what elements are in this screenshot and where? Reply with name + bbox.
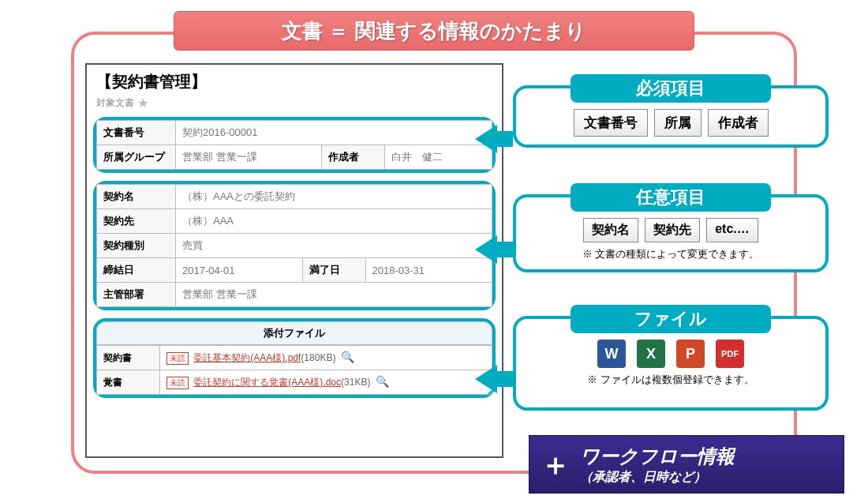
unread-badge: 未読	[166, 352, 189, 365]
pill-party: 契約先	[645, 218, 700, 242]
workflow-banner: ＋ ワークフロー情報 （承認者、日時など）	[529, 435, 844, 494]
end-label: 満了日	[302, 258, 365, 283]
plus-icon: ＋	[541, 445, 571, 485]
attach-row2-label: 覚書	[97, 370, 160, 395]
end-value: 2018-03-31	[365, 258, 492, 283]
optional-group: 契約名（株）AAAとの委託契約 契約先（株）AAA 契約種別売買 締結日 201…	[93, 181, 496, 310]
callout-note: ※ 文書の種類によって変更できます。	[527, 247, 814, 261]
attach-row1-label: 契約書	[97, 346, 160, 370]
callout-title: 必須項目	[571, 74, 772, 103]
arrow-icon	[475, 365, 497, 393]
panel-sublabel: 対象文書 ★	[93, 94, 496, 117]
pill-author: 作成者	[708, 109, 769, 137]
arrow-icon	[475, 125, 497, 153]
attach-header: 添付ファイル	[96, 321, 492, 345]
callout-required: 必須項目 文書番号 所属 作成者	[513, 85, 829, 148]
required-group: 文書番号 契約2016-00001 所属グループ 営業部 営業一課 作成者 白井…	[93, 117, 496, 173]
author-label: 作成者	[322, 145, 385, 170]
attachment-group: 添付ファイル 契約書 未読 委託基本契約(AAA様).pdf(180KB) 🔍 …	[93, 318, 496, 398]
group-value: 営業部 営業一課	[176, 145, 322, 170]
file-link-2[interactable]: 委託契約に関する覚書(AAA様).doc	[193, 377, 341, 388]
callout-title: 任意項目	[571, 183, 772, 212]
start-value: 2017-04-01	[176, 258, 303, 283]
attach-row1-cell: 未読 委託基本契約(AAA様).pdf(180KB) 🔍	[160, 346, 492, 370]
party-label: 契約先	[97, 209, 176, 234]
callout-file: ファイル W X P PDF ※ ファイルは複数個登録できます。	[513, 316, 829, 411]
attach-row2-cell: 未読 委託契約に関する覚書(AAA様).doc(31KB) 🔍	[160, 370, 492, 395]
magnify-icon[interactable]: 🔍	[376, 375, 389, 388]
dept-label: 主管部署	[97, 283, 176, 307]
file-size-1: (180KB)	[301, 352, 335, 363]
pill-contract-name: 契約名	[583, 218, 638, 242]
contract-name-label: 契約名	[97, 185, 176, 209]
pill-docnum: 文書番号	[574, 109, 648, 137]
pill-etc: etc.…	[706, 218, 758, 242]
file-link-1[interactable]: 委託基本契約(AAA様).pdf	[193, 352, 301, 363]
pdf-icon: PDF	[716, 340, 744, 368]
start-label: 締結日	[97, 258, 176, 283]
callout-optional: 任意項目 契約名 契約先 etc.… ※ 文書の種類によって変更できます。	[513, 194, 829, 272]
workflow-subtitle: （承認者、日時など）	[580, 469, 735, 486]
file-size-2: (31KB)	[341, 377, 370, 388]
sublabel-text: 対象文書	[96, 96, 134, 110]
docnum-label: 文書番号	[97, 121, 176, 145]
panel-heading: 【契約書管理】	[93, 69, 496, 94]
dept-value: 営業部 営業一課	[176, 283, 492, 307]
word-icon: W	[597, 340, 626, 368]
powerpoint-icon: P	[676, 340, 705, 368]
unread-badge: 未読	[166, 377, 189, 389]
workflow-title: ワークフロー情報	[580, 444, 735, 469]
contract-name-value: （株）AAAとの委託契約	[176, 185, 492, 209]
type-value: 売買	[176, 234, 492, 258]
excel-icon: X	[637, 340, 665, 368]
callout-note: ※ ファイルは複数個登録できます。	[527, 373, 814, 387]
main-title: 文書 ＝ 関連する情報のかたまり	[174, 11, 694, 51]
star-icon[interactable]: ★	[137, 96, 148, 111]
document-panel: 【契約書管理】 対象文書 ★ 文書番号 契約2016-00001 所属グループ …	[85, 63, 503, 458]
arrow-icon	[475, 235, 497, 264]
group-label: 所属グループ	[97, 145, 176, 170]
callout-title: ファイル	[571, 305, 772, 333]
magnify-icon[interactable]: 🔍	[341, 351, 354, 363]
pill-group: 所属	[654, 109, 702, 137]
party-value: （株）AAA	[176, 209, 492, 234]
docnum-value: 契約2016-00001	[176, 121, 492, 145]
type-label: 契約種別	[97, 234, 176, 258]
